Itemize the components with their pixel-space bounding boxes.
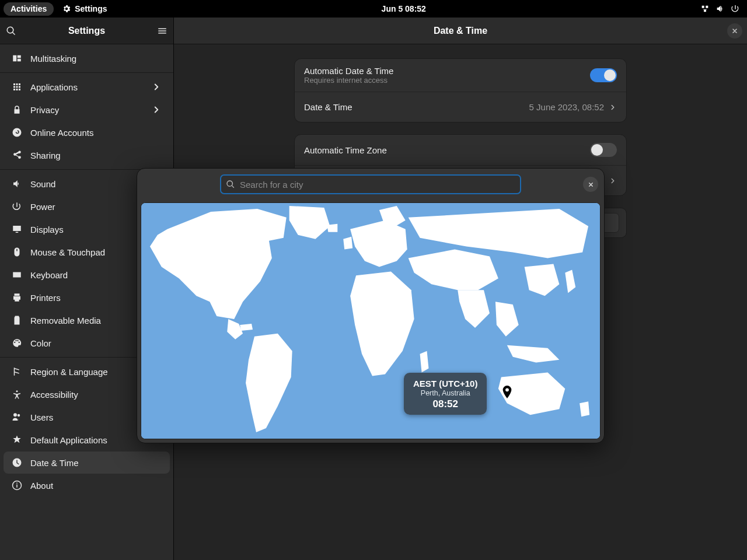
timezone-bubble: AEST (UTC+10) Perth, Australia 08:52 — [404, 373, 487, 415]
hamburger-icon[interactable] — [157, 26, 167, 36]
close-icon — [588, 181, 594, 188]
content-header: Date & Time — [174, 18, 747, 44]
volume-icon — [715, 4, 725, 13]
automatic-datetime-row: Automatic Date & Time Requires internet … — [295, 59, 626, 92]
sidebar-item-label: About — [30, 481, 53, 491]
network-icon — [700, 4, 710, 13]
tz-picker-header — [137, 169, 604, 200]
timezone-picker-popover: AEST (UTC+10) Perth, Australia 08:52 — [137, 168, 605, 443]
sidebar-item-label: Displays — [30, 225, 64, 235]
gnome-top-bar: Activities Settings Jun 5 08:52 — [0, 0, 747, 18]
chevron-right-icon — [609, 103, 617, 111]
auto-dt-title: Automatic Date & Time — [304, 66, 393, 76]
dt-row-title: Date & Time — [304, 102, 352, 112]
topbar-app-label: Settings — [75, 4, 107, 13]
svg-point-0 — [16, 390, 18, 392]
power-icon — [12, 201, 22, 212]
sidebar-title: Settings — [16, 26, 157, 36]
settings-window: Settings MultitaskingApplicationsPrivacy… — [0, 18, 747, 560]
online-accounts-icon — [12, 127, 22, 138]
keyboard-icon — [12, 270, 22, 280]
sidebar-item-label: Accessibility — [30, 390, 78, 400]
sidebar-item-label: Applications — [30, 82, 78, 92]
auto-dt-sub: Requires internet access — [304, 76, 393, 85]
sidebar-item-label: Sharing — [30, 150, 61, 160]
sidebar-item-label: Removable Media — [30, 316, 101, 326]
sidebar-item-label: Color — [30, 338, 51, 348]
power-icon — [731, 4, 740, 13]
timezone-world-map[interactable]: AEST (UTC+10) Perth, Australia 08:52 — [141, 202, 601, 439]
map-pin — [502, 386, 512, 398]
dt-row-value: 5 June 2023, 08:52 — [529, 102, 604, 112]
applications-icon — [12, 82, 22, 92]
sidebar-item-sharing[interactable]: Sharing — [4, 144, 170, 166]
svg-point-3 — [505, 388, 509, 391]
activities-button[interactable]: Activities — [4, 2, 54, 16]
sidebar-item-label: Keyboard — [30, 270, 68, 280]
tz-bubble-zone: AEST (UTC+10) — [413, 379, 477, 388]
users-icon — [12, 412, 22, 422]
datetime-row[interactable]: Date & Time 5 June 2023, 08:52 — [295, 92, 626, 122]
topbar-app-menu[interactable]: Settings — [62, 4, 107, 13]
automatic-timezone-row: Automatic Time Zone — [295, 135, 626, 165]
close-button[interactable] — [727, 23, 742, 38]
content-title: Date & Time — [434, 26, 487, 36]
sidebar-item-label: Default Applications — [30, 435, 107, 445]
sidebar-header: Settings — [0, 18, 173, 44]
sidebar-item-online-accounts[interactable]: Online Accounts — [4, 121, 170, 144]
sidebar-item-label: Users — [30, 412, 53, 422]
auto-timezone-switch[interactable] — [590, 143, 617, 157]
color-icon — [12, 338, 22, 348]
removable-media-icon — [12, 315, 22, 326]
displays-icon — [12, 224, 22, 235]
sidebar-item-label: Power — [30, 202, 55, 212]
privacy-icon — [12, 104, 22, 115]
topbar-status-area[interactable] — [700, 4, 740, 13]
tz-search-input[interactable] — [240, 180, 515, 190]
printers-icon — [12, 292, 22, 303]
sidebar-item-label: Online Accounts — [30, 128, 93, 138]
sidebar-item-label: Privacy — [30, 105, 59, 115]
sharing-icon — [12, 150, 22, 160]
about-icon — [12, 480, 22, 491]
topbar-clock[interactable]: Jun 5 08:52 — [107, 4, 700, 13]
sidebar-item-label: Printers — [30, 293, 61, 303]
sidebar-item-multitasking[interactable]: Multitasking — [4, 47, 170, 69]
sidebar-item-applications[interactable]: Applications — [4, 76, 170, 98]
multitasking-icon — [12, 53, 22, 64]
auto-tz-title: Automatic Time Zone — [304, 145, 387, 155]
sound-icon — [12, 178, 22, 189]
tz-bubble-city: Perth, Australia — [413, 389, 477, 397]
tz-search-field[interactable] — [220, 174, 521, 194]
tz-close-button[interactable] — [583, 177, 598, 192]
sidebar-item-privacy[interactable]: Privacy — [4, 99, 170, 121]
mouse-touchpad-icon — [12, 247, 22, 257]
close-icon — [731, 27, 738, 34]
tz-bubble-time: 08:52 — [413, 398, 477, 410]
search-icon[interactable] — [6, 26, 16, 36]
accessibility-icon — [12, 389, 22, 400]
datetime-card: Automatic Date & Time Requires internet … — [294, 58, 627, 123]
default-applications-icon — [12, 435, 22, 445]
sidebar-item-label: Date & Time — [30, 458, 79, 468]
chevron-right-icon — [609, 177, 617, 185]
sidebar-item-date-time[interactable]: Date & Time — [4, 452, 170, 474]
auto-datetime-switch[interactable] — [590, 68, 617, 82]
gear-icon — [62, 4, 71, 13]
region-language-icon — [12, 366, 22, 377]
search-icon — [226, 180, 235, 189]
date-time-icon — [12, 457, 22, 468]
sidebar-item-label: Multitasking — [30, 54, 76, 64]
sidebar-item-label: Sound — [30, 179, 55, 189]
sidebar-item-about[interactable]: About — [4, 474, 170, 496]
sidebar-item-label: Region & Language — [30, 367, 108, 377]
sidebar-item-label: Mouse & Touchpad — [30, 247, 105, 257]
